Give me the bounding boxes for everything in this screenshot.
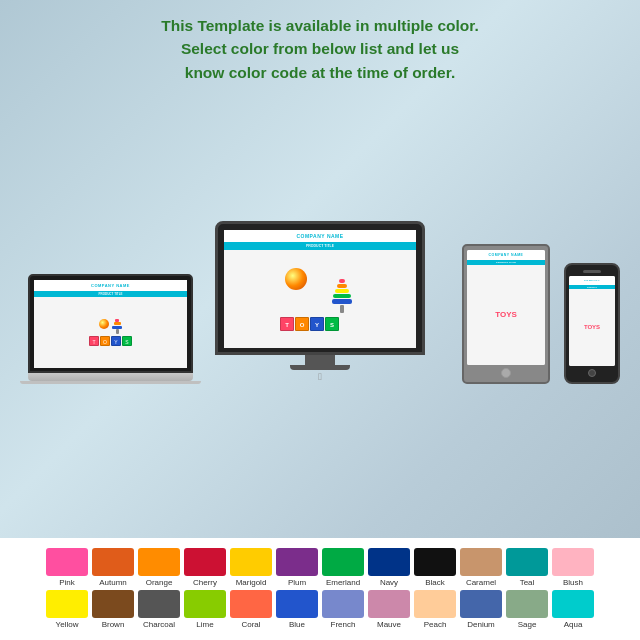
swatches-row-2: YellowBrownCharcoalLimeCoralBlueFrenchMa… — [12, 590, 628, 629]
monitor-screen-wrapper: COMPANY NAME PRODUCT TITLE — [215, 221, 425, 355]
swatch-label-sage: Sage — [518, 620, 537, 629]
tablet-body-content: TOYS — [467, 265, 545, 365]
swatch-color-french — [322, 590, 364, 618]
ring-base — [340, 305, 344, 313]
swatch-item-emerland[interactable]: Emerland — [322, 548, 364, 587]
swatch-item-autumn[interactable]: Autumn — [92, 548, 134, 587]
block-t: T — [280, 317, 294, 331]
swatch-label-emerland: Emerland — [326, 578, 360, 587]
swatch-item-denium[interactable]: Denium — [460, 590, 502, 629]
lb-o: O — [100, 336, 110, 346]
block-s: S — [325, 317, 339, 331]
swatch-color-pink — [46, 548, 88, 576]
main-container: This Template is available in multiple c… — [0, 0, 640, 640]
swatch-item-plum[interactable]: Plum — [276, 548, 318, 587]
swatch-color-autumn — [92, 548, 134, 576]
swatch-color-brown — [92, 590, 134, 618]
swatch-item-sage[interactable]: Sage — [506, 590, 548, 629]
swatch-item-marigold[interactable]: Marigold — [230, 548, 272, 587]
swatch-color-plum — [276, 548, 318, 576]
block-o: O — [295, 317, 309, 331]
swatch-label-blush: Blush — [563, 578, 583, 587]
ring2 — [337, 284, 347, 288]
swatch-item-black[interactable]: Black — [414, 548, 456, 587]
header-text: This Template is available in multiple c… — [0, 0, 640, 92]
swatch-label-autumn: Autumn — [99, 578, 127, 587]
phone-company: COMPANY — [569, 276, 615, 285]
swatch-color-navy — [368, 548, 410, 576]
swatch-item-cherry[interactable]: Cherry — [184, 548, 226, 587]
swatch-item-navy[interactable]: Navy — [368, 548, 410, 587]
swatch-item-orange[interactable]: Orange — [138, 548, 180, 587]
monitor: COMPANY NAME PRODUCT TITLE — [215, 221, 425, 382]
devices-section: COMPANY NAME PRODUCT TITLE — [0, 92, 640, 402]
swatch-item-coral[interactable]: Coral — [230, 590, 272, 629]
laptop-base — [28, 373, 193, 381]
lr-base — [116, 329, 119, 334]
swatch-item-blue[interactable]: Blue — [276, 590, 318, 629]
swatch-label-denium: Denium — [467, 620, 495, 629]
phone-speaker — [583, 270, 601, 273]
swatch-label-teal: Teal — [520, 578, 535, 587]
phone: COMPANY PRODUCT TOYS — [564, 263, 620, 384]
swatch-label-charcoal: Charcoal — [143, 620, 175, 629]
laptop: COMPANY NAME PRODUCT TITLE — [28, 274, 193, 384]
swatch-item-pink[interactable]: Pink — [46, 548, 88, 587]
swatch-item-teal[interactable]: Teal — [506, 548, 548, 587]
swatch-color-black — [414, 548, 456, 576]
ring1 — [339, 279, 345, 283]
ring3 — [335, 289, 349, 293]
swatch-item-mauve[interactable]: Mauve — [368, 590, 410, 629]
swatch-item-aqua[interactable]: Aqua — [552, 590, 594, 629]
tablet: COMPANY NAME PRODUCT TITLE TOYS — [462, 244, 550, 384]
header-line1: This Template is available in multiple c… — [30, 14, 610, 37]
swatch-color-emerland — [322, 548, 364, 576]
block-y: Y — [310, 317, 324, 331]
phone-home-button — [588, 369, 596, 377]
swatch-item-french[interactable]: French — [322, 590, 364, 629]
swatch-label-yellow: Yellow — [56, 620, 79, 629]
swatch-color-yellow — [46, 590, 88, 618]
swatch-color-teal — [506, 548, 548, 576]
swatch-item-peach[interactable]: Peach — [414, 590, 456, 629]
swatch-label-marigold: Marigold — [236, 578, 267, 587]
phone-toys-text: TOYS — [584, 324, 600, 330]
monitor-base — [290, 365, 350, 370]
swatch-label-coral: Coral — [241, 620, 260, 629]
swatch-label-peach: Peach — [424, 620, 447, 629]
swatch-item-charcoal[interactable]: Charcoal — [138, 590, 180, 629]
header-line3: know color code at the time of order. — [30, 61, 610, 84]
swatch-color-marigold — [230, 548, 272, 576]
swatch-label-pink: Pink — [59, 578, 75, 587]
swatch-color-orange — [138, 548, 180, 576]
monitor-screen: COMPANY NAME PRODUCT TITLE — [224, 230, 416, 348]
swatch-item-yellow[interactable]: Yellow — [46, 590, 88, 629]
tablet-toys-text: TOYS — [495, 310, 517, 319]
swatch-item-brown[interactable]: Brown — [92, 590, 134, 629]
laptop-screen: COMPANY NAME PRODUCT TITLE — [34, 280, 187, 368]
monitor-toys-art: T O Y S — [280, 266, 360, 331]
swatch-color-charcoal — [138, 590, 180, 618]
swatch-item-caramel[interactable]: Caramel — [460, 548, 502, 587]
swatch-label-caramel: Caramel — [466, 578, 496, 587]
monitor-stand — [305, 355, 335, 365]
lb-s: S — [122, 336, 132, 346]
monitor-company-name: COMPANY NAME — [224, 230, 416, 242]
swatch-color-coral — [230, 590, 272, 618]
tablet-screen: COMPANY NAME PRODUCT TITLE TOYS — [467, 250, 545, 365]
laptop-ball — [99, 319, 109, 329]
swatch-color-lime — [184, 590, 226, 618]
swatch-label-plum: Plum — [288, 578, 306, 587]
phone-screen: COMPANY PRODUCT TOYS — [569, 276, 615, 366]
phone-body-content: TOYS — [569, 289, 615, 366]
monitor-body: T O Y S — [224, 250, 416, 348]
apple-logo:  — [215, 371, 425, 382]
ring5 — [332, 299, 352, 304]
swatch-label-aqua: Aqua — [564, 620, 583, 629]
swatch-color-denium — [460, 590, 502, 618]
swatch-color-peach — [414, 590, 456, 618]
swatch-item-lime[interactable]: Lime — [184, 590, 226, 629]
header-line2: Select color from below list and let us — [30, 37, 610, 60]
laptop-body: T O Y S — [34, 297, 187, 368]
swatch-item-blush[interactable]: Blush — [552, 548, 594, 587]
